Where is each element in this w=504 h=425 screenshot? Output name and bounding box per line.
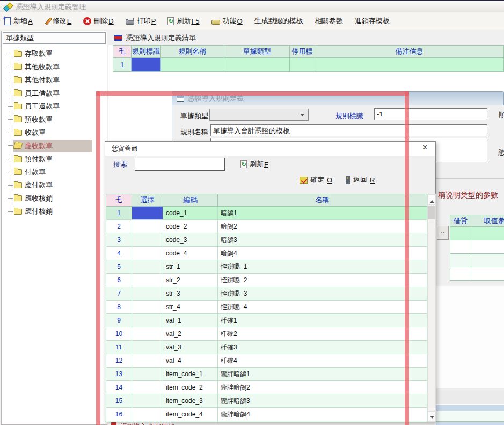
name-cell[interactable]: 杄確2 (218, 327, 427, 341)
popup-col-3[interactable]: 名稱 (218, 194, 427, 207)
code-cell[interactable]: code_3 (163, 233, 218, 247)
code-cell[interactable]: item_code_4 (163, 408, 218, 421)
param-cell-debit[interactable] (450, 267, 471, 281)
popup-row-17[interactable]: 17item_str_1隴牉恎跰嚸 1 (106, 421, 427, 422)
code-cell[interactable]: val_3 (163, 341, 218, 354)
code-cell[interactable]: item_code_1 (163, 368, 218, 381)
select-cell[interactable] (132, 301, 163, 314)
toolbar-refresh-button[interactable]: 刷新F5 (167, 16, 199, 26)
scroll-up-icon[interactable] (428, 194, 435, 205)
select-cell[interactable] (132, 247, 163, 260)
toolbar-gen-default-template-button[interactable]: 生成默認的模板 (254, 16, 303, 26)
code-cell[interactable]: val_2 (163, 327, 218, 341)
doc-type-combobox[interactable] (209, 109, 309, 121)
toolbar-delete-button[interactable]: 刪除D (83, 16, 113, 26)
tree-item-2[interactable]: 其他付款單 (2, 74, 107, 87)
toolbar-edit-button[interactable]: 修改E (45, 16, 72, 26)
popup-row-4[interactable]: 4code_4暗鵮4 (106, 247, 427, 260)
list-col-1[interactable]: 規則標識 (132, 45, 161, 58)
param-col-debit-credit[interactable]: 借貸 (450, 215, 471, 227)
popup-row-11[interactable]: 11val_3杄確3 (106, 341, 427, 354)
code-cell[interactable]: str_2 (163, 274, 218, 287)
code-cell[interactable]: item_code_2 (163, 381, 218, 394)
ellipsis-button[interactable]: ·· (437, 226, 449, 240)
name-cell[interactable]: 恎跰嚸 4 (218, 301, 427, 314)
list-col-2[interactable]: 規則名稱 (161, 45, 224, 58)
tree-item-7[interactable]: 應收款單 (2, 140, 107, 153)
tree-item-5[interactable]: 預收款單 (2, 113, 107, 127)
select-cell[interactable] (132, 260, 163, 274)
select-cell[interactable] (132, 354, 163, 368)
name-cell[interactable]: 杄確1 (218, 314, 427, 327)
name-cell[interactable]: 隴牉暗鵮2 (218, 381, 427, 394)
code-cell[interactable]: code_1 (163, 207, 218, 220)
code-cell[interactable]: str_3 (163, 287, 218, 301)
back-button[interactable]: 返回R (346, 175, 375, 185)
tree-item-9[interactable]: 付款單 (2, 166, 107, 179)
param-cell-debit[interactable] (450, 240, 471, 254)
scroll-down-icon[interactable] (428, 411, 435, 422)
rule-name-field[interactable]: 單據導入會計憑證的模板 (210, 124, 487, 136)
popup-row-16[interactable]: 16item_code_4隴牉暗鵮4 (106, 408, 427, 421)
popup-row-13[interactable]: 13item_code_1隴牉暗鵮1 (106, 368, 427, 381)
popup-col-0[interactable]: 乇 (106, 194, 132, 207)
code-cell[interactable]: str_1 (163, 260, 218, 274)
tree-item-8[interactable]: 預付款單 (2, 152, 107, 166)
tree-item-6[interactable]: 收款單 (2, 126, 107, 140)
tree-item-1[interactable]: 其他收款單 (2, 61, 107, 74)
popup-scrollbar[interactable] (427, 194, 436, 422)
list-col-5[interactable]: 備注信息 (315, 45, 504, 58)
list-cell-1[interactable] (132, 58, 161, 72)
select-cell[interactable] (132, 381, 163, 394)
name-cell[interactable]: 隴牉暗鵮1 (218, 368, 427, 381)
param-cell-value[interactable] (471, 240, 504, 254)
name-cell[interactable]: 隴牉暗鵮3 (218, 394, 427, 408)
ok-button[interactable]: 確定O (300, 175, 332, 185)
param-row-0[interactable] (450, 227, 504, 240)
toolbar-inventory-template-button[interactable]: 進銷存模板 (355, 16, 390, 26)
popup-refresh-button[interactable]: 刷新F (240, 159, 268, 169)
select-cell[interactable] (132, 394, 163, 408)
name-cell[interactable]: 杄確3 (218, 341, 427, 354)
list-row[interactable]: 1 (113, 58, 504, 72)
code-cell[interactable]: item_code_3 (163, 394, 218, 408)
popup-row-8[interactable]: 8str_4恎跰嚸 4 (106, 301, 427, 314)
tree-item-3[interactable]: 員工借款單 (2, 87, 107, 100)
list-col-4[interactable]: 停用標志 (290, 45, 315, 58)
select-cell[interactable] (132, 314, 163, 327)
popup-row-10[interactable]: 10val_2杄確2 (106, 327, 427, 341)
name-cell[interactable]: 恎跰嚸 3 (218, 287, 427, 301)
list-cell-3[interactable] (224, 58, 290, 72)
select-cell[interactable] (132, 341, 163, 354)
param-cell-debit[interactable] (450, 227, 471, 240)
tree-item-12[interactable]: 應付核銷 (2, 205, 107, 218)
name-cell[interactable]: 恎跰嚸 1 (218, 260, 427, 274)
list-col-0[interactable]: 乇 (113, 45, 132, 58)
select-cell[interactable] (132, 327, 163, 341)
name-cell[interactable]: 杄確4 (218, 354, 427, 368)
param-cell-debit[interactable] (450, 254, 471, 267)
close-icon[interactable]: × (420, 143, 430, 152)
param-cell-value[interactable] (471, 254, 504, 267)
rule-id-field[interactable]: -1 (374, 108, 487, 120)
select-cell[interactable] (132, 274, 163, 287)
tree-item-4[interactable]: 員工還款單 (2, 100, 107, 113)
select-cell[interactable] (132, 421, 163, 422)
code-cell[interactable]: code_2 (163, 220, 218, 233)
popup-row-3[interactable]: 3code_3暗鵮3 (106, 233, 427, 247)
name-cell[interactable]: 暗鵮2 (218, 220, 427, 233)
popup-row-14[interactable]: 14item_code_2隴牉暗鵮2 (106, 381, 427, 394)
toolbar-related-params-button[interactable]: 相關參數 (315, 16, 343, 26)
select-cell[interactable] (132, 287, 163, 301)
code-cell[interactable]: val_4 (163, 354, 218, 368)
code-cell[interactable]: str_4 (163, 301, 218, 314)
name-cell[interactable]: 暗鵮1 (218, 207, 427, 220)
name-cell[interactable]: 暗鵮3 (218, 233, 427, 247)
popup-row-5[interactable]: 5str_1恎跰嚸 1 (106, 260, 427, 274)
popup-row-1[interactable]: 1code_1暗鵮1 (106, 207, 427, 220)
param-col-value-param[interactable]: 取值參數 (471, 215, 504, 227)
select-cell[interactable] (132, 207, 163, 220)
select-cell[interactable] (132, 408, 163, 421)
popup-col-1[interactable]: 選擇 (132, 194, 163, 207)
param-row-3[interactable] (450, 267, 504, 281)
